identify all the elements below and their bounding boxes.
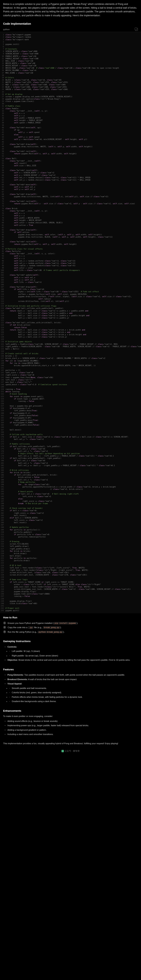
code-line: 102 class="kw">def update(self):	[0, 274, 141, 276]
code-line: 6	[0, 46, 141, 48]
code-line: 200 # Check scoring (out of bounds)	[0, 507, 141, 509]
code-line: 92class Particle:	[0, 250, 141, 253]
code-line: 208 # Update particles	[0, 526, 141, 528]
visual-sub-item: Gradient-like backgrounds using a dark t…	[9, 700, 138, 703]
code-line: 101	[0, 272, 141, 274]
code-line: 226 right_text = font.render(fclass="str…	[0, 569, 141, 571]
code-line: 39	[0, 124, 141, 126]
code-line: 93 class="kw">def __init__(self, x, y, c…	[0, 253, 141, 255]
code-line: 59 self.x = SCREEN_WIDTH // class="num">…	[0, 172, 141, 174]
code-line: 207	[0, 524, 141, 526]
code-line: 223	[0, 562, 141, 564]
code-line: 163 right_paddle.move(True)	[0, 419, 141, 422]
code-line: 68 class="kw">def draw(self):	[0, 193, 141, 196]
code-line: 73	[0, 205, 141, 207]
code-line: 211 if particle.life <= class="num">0:	[0, 533, 141, 536]
code-line: 175 if ball.vel_x < class="num">0:	[0, 448, 141, 450]
code-line: 140 bricks.append(Brick(brick_start_x + …	[0, 364, 141, 367]
visual-sub-item: Colorful bricks (red, green, blue random…	[9, 691, 138, 694]
code-line: 109 alpha = int(self.life / class="num">…	[0, 291, 141, 293]
code-line: 15BRICK_ROWS = class="num">30 # class="n…	[0, 67, 141, 69]
code-line: 233 game_over_text = font.render(fclass=…	[0, 585, 141, 588]
visual-sub-item: Smooth paddle and ball movements.	[9, 687, 138, 690]
code-line: 167 ball.move()	[0, 429, 141, 431]
code-line: 119 ball.y - ball.size // class="num">2 …	[0, 314, 141, 317]
code-line: 2class="kw">import random	[0, 36, 141, 38]
code-line: 36 self.width = PADDLE_WIDTH	[0, 117, 141, 119]
copy-icon[interactable]	[135, 28, 138, 31]
code-line: 31# Paddle class	[0, 105, 141, 107]
enhancement-item: Implementing power-ups (e.g., larger pad…	[5, 724, 138, 727]
code-line: 95 self.y = y	[0, 257, 141, 259]
pong-feature: Pong Elements: Two paddles bounce a ball…	[5, 673, 138, 676]
code-line: 242# Proper exit	[0, 607, 141, 609]
code-line: 23BLUE = (class="num">100, class="num">1…	[0, 86, 141, 88]
code-line: 61 self.vel_x = random.choice([-class="n…	[0, 177, 141, 179]
code-line: 38 self.speed = PADDLE_SPEED	[0, 121, 141, 124]
code-line: 142particles = []	[0, 369, 141, 371]
code-line: 79 self.height = BRICK_HEIGHT	[0, 219, 141, 221]
code-line: 27screen = pygame.display.set_mode((SCRE…	[0, 95, 141, 98]
code-line: 144right_score = class="num">0	[0, 374, 141, 376]
code-line: 98 self.radius = random.randint(class="n…	[0, 264, 141, 267]
code-line: 225 left_text = font.render(fclass="str"…	[0, 566, 141, 569]
code-line: 133ball = Ball()	[0, 348, 141, 350]
code-line: 171 ball.vel_y *= -class="num">1	[0, 438, 141, 441]
code-line: 118 ball.x + ball.size // class="num">2 …	[0, 312, 141, 314]
code-line: 186 if ball_collides_with_brick(ball, br…	[0, 474, 141, 476]
code-line: 154 if event.type == pygame.QUIT:	[0, 398, 141, 400]
code-line: 137brick_start_x = SCREEN_WIDTH // class…	[0, 357, 141, 360]
code-line: 236 pygame.time.wait(class="num">3000)	[0, 593, 141, 595]
code-line: 46	[0, 141, 141, 143]
code-line: 205 left_score += class="num">2	[0, 519, 141, 521]
code-line: 174 if ball_collides_with_paddle(ball, l…	[0, 445, 141, 448]
code-line: 34 self.x = x	[0, 112, 141, 115]
code-line: 94 self.x = x	[0, 255, 141, 257]
code-line: 56 self.size = BALL_SIZE	[0, 164, 141, 167]
code-line: 81 self.active = True	[0, 224, 141, 226]
code-line: 63	[0, 181, 141, 183]
code-line: 78 self.width = BRICK_WIDTH	[0, 217, 141, 219]
code-line: 221 for particle in particles:	[0, 557, 141, 559]
code-line: 146left_text = class="str">""	[0, 379, 141, 381]
code-line: 77 self.y = y	[0, 215, 141, 217]
code-line: 91# Particle class for visual effects	[0, 248, 141, 250]
code-line: 164 if keys[pygame.K_DOWN]:	[0, 422, 141, 424]
code-line: 83 class="kw">def draw(self):	[0, 229, 141, 231]
code-line: 227 screen.blit(left_text, (class="num">…	[0, 571, 141, 574]
code-line: 231 if left_score >= TARGET_SCORE or rig…	[0, 581, 141, 583]
code-line: 124 return False	[0, 326, 141, 329]
code-line: 172	[0, 441, 141, 443]
code-line: 58 class="kw">def reset(self):	[0, 169, 141, 172]
gameplay-section: Gameplay Instructions Controls: Left pad…	[0, 637, 141, 665]
gameplay-title: Gameplay Instructions	[3, 640, 138, 643]
code-line: 20BLACK = (class="num">0, class="num">0,…	[0, 79, 141, 81]
code-line: 177 # Angle effect: hit ball up/down dep…	[0, 452, 141, 455]
code-line: 44 self.y += self.speed	[0, 136, 141, 138]
code-line: 161 left_paddle.move(False)	[0, 414, 141, 417]
code-line: 220 ball.draw()	[0, 555, 141, 557]
code-line: 14BRICK_HEIGHT = class="num">20	[0, 65, 141, 67]
code-line: 116class="kw">def ball_collides_with_pad…	[0, 307, 141, 310]
code-line: 18	[0, 74, 141, 76]
code-line: 57	[0, 167, 141, 169]
code-line: 108 if self.life > class="num">0:	[0, 288, 141, 291]
code-line: 105 self.life -= class="num">1	[0, 281, 141, 283]
code-line: 134	[0, 350, 141, 352]
code-line: 16BRICK_COLUMNS = class="num">4	[0, 69, 141, 72]
code-line: 241	[0, 605, 141, 607]
code-line: 147win_text = class="str">""	[0, 381, 141, 383]
code-line: 219 brick.draw()	[0, 552, 141, 555]
code-line: 243pygame.quit()	[0, 609, 141, 612]
code-line: 132right_paddle = Paddle(SCREEN_WIDTH - …	[0, 345, 141, 348]
code-line: 123 if not brick.active:	[0, 324, 141, 326]
code-line: 215 screen.fill(BLACK)	[0, 543, 141, 545]
visual-sub-item: Particle effects when bricks break, with…	[9, 695, 138, 699]
enhancement-item: Adding a background gradient or pattern.	[5, 728, 138, 732]
code-line: 166	[0, 426, 141, 428]
code-line: 222 particle.draw()	[0, 559, 141, 562]
code-line: 209 for particle in particles[:]:	[0, 528, 141, 531]
code-line: 47 class="kw">def draw(self):	[0, 143, 141, 145]
code-line: 184 # Brick collisions	[0, 469, 141, 471]
code-line: 72 return pygame.Rect(self.x - self.size…	[0, 202, 141, 205]
